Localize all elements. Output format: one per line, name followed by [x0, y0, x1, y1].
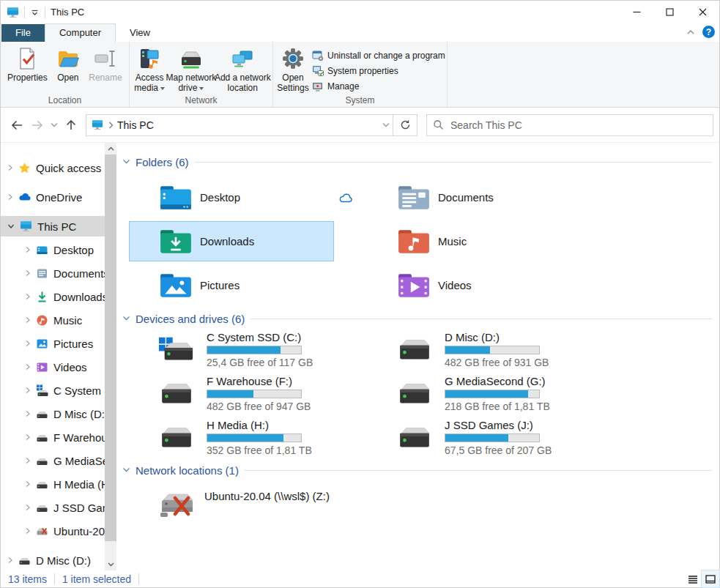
chevron-right-icon[interactable]	[25, 269, 31, 277]
sidebar-item-desktop[interactable]: Desktop	[1, 239, 105, 260]
chevron-right-icon[interactable]	[25, 316, 31, 324]
folder-tile-downloads[interactable]: Downloads	[129, 221, 334, 261]
section-collapse-icon[interactable]	[122, 159, 130, 165]
drive-free-space: 352 GB free of 1,81 TB	[207, 444, 312, 456]
sidebar-item-downloads[interactable]: Downloads	[1, 286, 105, 307]
address-bar[interactable]: This PC	[86, 114, 393, 136]
section-collapse-icon[interactable]	[122, 467, 130, 473]
drive-usage-fill	[207, 390, 253, 398]
tab-file[interactable]: File	[1, 24, 45, 42]
chevron-right-icon[interactable]	[7, 557, 13, 564]
drive-tile-f[interactable]: F Warehouse (F:) 482 GB free of 947 GB	[129, 374, 334, 413]
network-tile-ubuntu[interactable]: Ubuntu-20.04 (\\wsl$) (Z:)	[129, 487, 334, 525]
folder-tile-music[interactable]: Music	[367, 221, 572, 261]
chevron-right-icon[interactable]	[25, 363, 31, 371]
large-icons-view-button[interactable]	[702, 570, 719, 587]
system-group-label: System	[273, 95, 447, 105]
drive-tile-c[interactable]: C System SSD (C:) 25,4 GB free of 117 GB	[129, 330, 334, 369]
chevron-right-icon[interactable]	[25, 457, 31, 464]
maximize-button[interactable]	[653, 1, 686, 23]
section-header-folders[interactable]: Folders (6)	[122, 154, 712, 170]
sidebar-item-ubuntu[interactable]: Ubuntu-20.04 (\\wsl$) (Z:)	[1, 521, 105, 541]
location-group-label: Location	[1, 95, 129, 105]
chevron-right-icon[interactable]	[25, 410, 31, 417]
navigation-pane: Quick access OneDrive This PC Desktop Do	[1, 143, 105, 570]
back-button[interactable]	[7, 115, 27, 135]
sidebar-item-drive-d[interactable]: D Misc (D:)	[1, 403, 105, 424]
uninstall-program-button[interactable]: Uninstall or change a program	[310, 48, 450, 63]
chevron-right-icon[interactable]	[25, 246, 31, 253]
search-box[interactable]	[426, 114, 713, 136]
sidebar-scrollbar[interactable]	[105, 143, 116, 570]
sidebar-item-pictures[interactable]: Pictures	[1, 333, 105, 354]
folder-tile-documents[interactable]: Documents	[367, 177, 572, 217]
sidebar-item-music[interactable]: Music	[1, 310, 105, 330]
breadcrumb-this-pc[interactable]: This PC	[117, 119, 154, 131]
folder-name: Videos	[438, 279, 472, 291]
minimize-button[interactable]	[620, 1, 653, 23]
sidebar-item-documents[interactable]: Documents	[1, 263, 105, 283]
chevron-up-icon	[686, 29, 695, 35]
pictures-icon	[36, 338, 48, 350]
chevron-right-icon[interactable]	[25, 480, 31, 488]
address-dropdown-icon[interactable]	[382, 122, 390, 127]
help-button[interactable]: ?	[702, 26, 715, 38]
manage-button[interactable]: Manage	[310, 79, 450, 94]
sidebar-item-drive-g[interactable]: G MediaSecond (G:)	[1, 450, 105, 471]
sidebar-item-onedrive[interactable]: OneDrive	[1, 187, 105, 207]
sidebar-item-quick-access[interactable]: Quick access	[1, 157, 105, 178]
sidebar-item-drive-f[interactable]: F Warehouse (F:)	[1, 427, 105, 447]
properties-icon	[15, 47, 39, 70]
folder-tile-videos[interactable]: Videos	[367, 265, 572, 305]
close-button[interactable]	[686, 1, 719, 23]
search-input[interactable]	[450, 119, 707, 131]
scroll-down-button[interactable]	[105, 559, 116, 570]
sidebar-item-drive-j[interactable]: J SSD Games (J:)	[1, 497, 105, 518]
rename-button[interactable]: Rename	[86, 44, 125, 84]
chevron-right-icon[interactable]	[7, 164, 13, 171]
forward-button[interactable]	[27, 115, 48, 135]
drive-tile-d[interactable]: D Misc (D:) 482 GB free of 931 GB	[367, 330, 572, 369]
sidebar-item-drive-d-root[interactable]: D Misc (D:)	[1, 550, 105, 570]
tab-computer[interactable]: Computer	[45, 23, 116, 42]
chevron-right-icon[interactable]	[25, 527, 31, 535]
sidebar-item-drive-h[interactable]: H Media (H:)	[1, 474, 105, 494]
chevron-right-icon[interactable]	[25, 340, 31, 347]
recent-locations-button[interactable]	[48, 115, 61, 135]
drive-tile-j[interactable]: J SSD Games (J:) 67,5 GB free of 207 GB	[367, 418, 572, 457]
chevron-right-icon[interactable]	[25, 293, 31, 300]
map-network-drive-button[interactable]: Map networkdrive	[167, 44, 215, 94]
access-media-button[interactable]: Accessmedia	[133, 44, 166, 94]
folder-tile-pictures[interactable]: Pictures	[129, 265, 334, 305]
tab-view[interactable]: View	[116, 24, 164, 42]
system-properties-button[interactable]: System properties	[310, 64, 450, 78]
refresh-button[interactable]	[393, 114, 417, 136]
drive-name: C System SSD (C:)	[207, 331, 313, 343]
sidebar-item-videos[interactable]: Videos	[1, 357, 105, 377]
drive-icon	[397, 337, 432, 363]
qat-customize-button[interactable]	[30, 8, 40, 17]
scrollbar-thumb[interactable]	[105, 155, 116, 541]
chevron-right-icon[interactable]	[25, 387, 31, 394]
open-settings-button[interactable]: OpenSettings	[277, 44, 309, 94]
chevron-right-icon[interactable]	[25, 433, 31, 441]
sidebar-item-drive-c[interactable]: C System SSD (C:)	[1, 380, 105, 401]
add-network-location-button[interactable]: Add a networklocation	[217, 44, 269, 94]
chevron-down-icon[interactable]	[7, 223, 15, 229]
chevron-right-icon[interactable]	[7, 193, 13, 201]
section-header-network[interactable]: Network locations (1)	[122, 462, 712, 478]
collapse-ribbon-button[interactable]	[686, 29, 695, 35]
sidebar-item-this-pc[interactable]: This PC	[1, 216, 105, 237]
properties-button[interactable]: Properties	[4, 44, 51, 84]
scrollbar-track[interactable]	[105, 155, 116, 559]
section-header-devices[interactable]: Devices and drives (6)	[122, 310, 712, 327]
up-button[interactable]	[61, 115, 81, 135]
details-view-button[interactable]	[684, 570, 702, 587]
open-button[interactable]: Open	[52, 44, 84, 84]
chevron-right-icon[interactable]	[25, 504, 31, 511]
scroll-up-button[interactable]	[105, 143, 116, 155]
folder-tile-desktop[interactable]: Desktop	[129, 177, 334, 217]
drive-tile-h[interactable]: H Media (H:) 352 GB free of 1,81 TB	[129, 418, 334, 457]
section-collapse-icon[interactable]	[122, 316, 130, 321]
drive-tile-g[interactable]: G MediaSecond (G:) 218 GB free of 1,81 T…	[367, 374, 572, 413]
